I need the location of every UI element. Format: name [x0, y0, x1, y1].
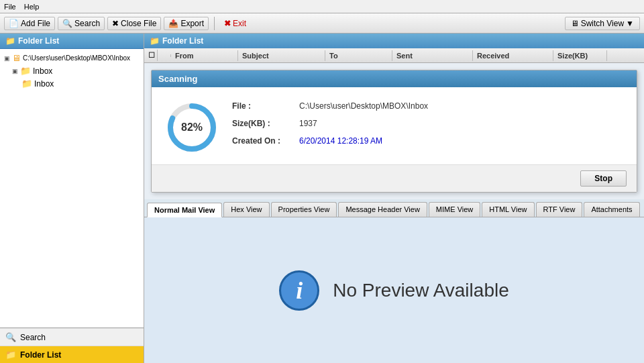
col-to[interactable]: To — [325, 50, 392, 61]
scanning-dialog: Scanning 82% File : C:\Use — [151, 70, 637, 193]
tree-item-root-label: C:\Users\user\Desktop\MBOX\Inbox — [23, 54, 130, 62]
switch-view-chevron-icon: ▼ — [626, 19, 634, 28]
left-panel: 📁 Folder List ▣ 🖥 C:\Users\user\Desktop\… — [0, 34, 144, 363]
folder-list-tab[interactable]: 📁 Folder List — [0, 346, 144, 363]
tab-message-header-view[interactable]: Message Header View — [338, 202, 427, 217]
tab-attachments[interactable]: Attachments — [584, 202, 639, 217]
close-file-icon: ✖ — [112, 19, 119, 28]
scan-created-value: 6/20/2014 12:28:19 AM — [299, 136, 382, 146]
search-tab[interactable]: 🔍 Search — [0, 328, 144, 346]
toolbar-separator — [214, 17, 215, 30]
drive-icon: 🖥 — [12, 53, 21, 63]
col-subject[interactable]: Subject — [238, 50, 325, 61]
tab-normal-mail-view[interactable]: Normal Mail View — [147, 203, 222, 217]
expand-icon: ▣ — [4, 55, 10, 62]
progress-text: 82% — [181, 121, 203, 134]
scanning-area: Scanning 82% File : C:\Use — [144, 63, 644, 199]
export-button[interactable]: 📤 Export — [164, 17, 209, 30]
info-icon: i — [279, 270, 319, 311]
menu-help[interactable]: Help — [24, 3, 40, 11]
tab-mime-view[interactable]: MIME View — [429, 202, 480, 217]
column-headers: ☐ From Subject To Sent Received Size(KB) — [144, 48, 644, 63]
search-button[interactable]: 🔍 Search — [58, 17, 105, 30]
right-header-icon: 📁 — [150, 36, 160, 46]
expand-icon-1: ▣ — [12, 68, 18, 74]
scan-file-value: C:\Users\user\Desktop\MBOX\Inbox — [299, 101, 428, 111]
menu-bar: File Help — [0, 0, 644, 13]
scan-size-row: Size(KB) : 1937 — [232, 119, 623, 128]
switch-view-icon: 🖥 — [571, 19, 579, 28]
switch-view-button[interactable]: 🖥 Switch View ▼ — [565, 17, 640, 30]
tree-item-inbox1-label: Inbox — [33, 66, 52, 76]
col-size[interactable]: Size(KB) — [553, 50, 607, 61]
col-sent[interactable]: Sent — [392, 50, 473, 61]
scan-file-row: File : C:\Users\user\Desktop\MBOX\Inbox — [232, 101, 623, 111]
tab-hex-view[interactable]: Hex View — [223, 202, 269, 217]
left-bottom: 🔍 Search 📁 Folder List — [0, 327, 144, 363]
tree-item-root[interactable]: ▣ 🖥 C:\Users\user\Desktop\MBOX\Inbox — [3, 52, 141, 64]
scanning-content: 82% File : C:\Users\user\Desktop\MBOX\In… — [152, 87, 637, 164]
progress-circle: 82% — [165, 101, 219, 154]
close-file-button[interactable]: ✖ Close File — [107, 17, 161, 30]
scan-file-label: File : — [232, 101, 292, 111]
folder-list-tab-icon: 📁 — [5, 350, 16, 360]
tab-rtf-view[interactable]: RTF View — [536, 202, 583, 217]
folder-icon-2: 📁 — [21, 79, 32, 89]
exit-button[interactable]: ✖ Exit — [220, 17, 250, 30]
stop-button[interactable]: Stop — [580, 170, 627, 187]
scanning-title: Scanning — [152, 70, 637, 87]
view-tabs: Normal Mail View Hex View Properties Vie… — [144, 199, 644, 217]
folder-list-header-icon: 📁 — [5, 36, 15, 46]
folder-tree: ▣ 🖥 C:\Users\user\Desktop\MBOX\Inbox ▣ 📁… — [0, 49, 144, 327]
tree-item-inbox1[interactable]: ▣ 📁 Inbox — [3, 64, 141, 77]
menu-file[interactable]: File — [4, 3, 16, 11]
export-icon: 📤 — [168, 19, 178, 28]
no-preview-text: No Preview Available — [333, 280, 509, 301]
right-panel: 📁 Folder List ☐ From Subject To Sent Rec… — [144, 34, 644, 363]
main-layout: 📁 Folder List ▣ 🖥 C:\Users\user\Desktop\… — [0, 34, 644, 363]
toolbar: 📄 Add File 🔍 Search ✖ Close File 📤 Expor… — [0, 13, 644, 34]
scan-created-label: Created On : — [232, 136, 292, 146]
col-from[interactable]: From — [171, 50, 238, 61]
tab-html-view[interactable]: HTML View — [482, 202, 534, 217]
tab-properties-view[interactable]: Properties View — [271, 202, 337, 217]
add-file-button[interactable]: 📄 Add File — [4, 17, 55, 30]
col-icon — [158, 54, 171, 57]
add-file-icon: 📄 — [9, 19, 19, 28]
scanning-details: File : C:\Users\user\Desktop\MBOX\Inbox … — [232, 101, 623, 154]
scan-created-row: Created On : 6/20/2014 12:28:19 AM — [232, 136, 623, 146]
col-checkbox: ☐ — [144, 50, 158, 61]
tree-item-inbox2-label: Inbox — [34, 79, 54, 89]
preview-area: i No Preview Available — [144, 217, 644, 363]
scanning-footer: Stop — [152, 164, 637, 192]
tree-item-inbox2[interactable]: 📁 Inbox — [3, 77, 141, 90]
right-panel-header: 📁 Folder List — [144, 34, 644, 48]
scan-size-value: 1937 — [299, 119, 317, 128]
folder-icon-1: 📁 — [20, 66, 31, 76]
exit-icon: ✖ — [224, 19, 231, 28]
col-received[interactable]: Received — [473, 50, 553, 61]
left-panel-header: 📁 Folder List — [0, 34, 144, 49]
search-icon: 🔍 — [62, 19, 72, 28]
scan-size-label: Size(KB) : — [232, 119, 292, 128]
search-tab-icon: 🔍 — [5, 332, 16, 342]
